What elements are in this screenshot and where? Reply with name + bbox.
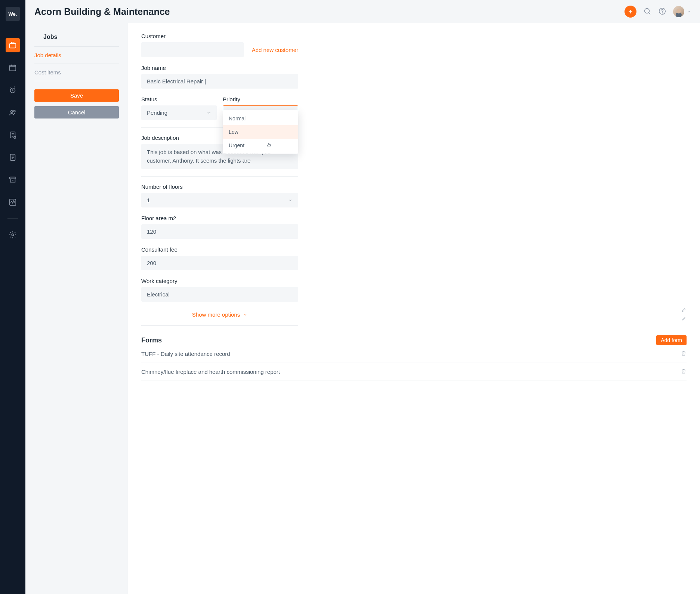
priority-option-low[interactable]: Low — [223, 125, 298, 139]
floors-select[interactable]: 1 — [141, 193, 298, 207]
floors-label: Number of floors — [141, 184, 298, 190]
nav-jobs-icon[interactable] — [6, 38, 20, 52]
tab-job-details[interactable]: Job details — [34, 47, 119, 64]
topbar: Acorn Building & Maintenance — [25, 0, 700, 23]
iconbar-divider — [7, 218, 18, 219]
content: Customer Add new customer Job name Basic… — [128, 23, 700, 594]
priority-option-urgent[interactable]: Urgent — [223, 139, 298, 152]
nav-settings-icon[interactable] — [6, 228, 20, 242]
save-button[interactable]: Save — [34, 89, 119, 102]
customer-input[interactable] — [141, 42, 244, 57]
svg-point-10 — [12, 234, 14, 236]
job-name-label: Job name — [141, 65, 298, 71]
chevron-down-icon — [243, 313, 247, 317]
edit-icons — [681, 307, 687, 322]
status-value: Pending — [147, 110, 167, 116]
user-menu[interactable] — [673, 6, 691, 17]
area-input[interactable]: 120 — [141, 224, 298, 239]
fee-value: 200 — [147, 260, 156, 266]
trash-icon[interactable] — [681, 350, 687, 357]
show-more-link[interactable]: Show more options — [141, 309, 298, 318]
form-row[interactable]: TUFF - Daily site attendance record — [141, 345, 687, 363]
priority-option-normal[interactable]: Normal — [223, 112, 298, 125]
app-logo[interactable]: We. — [6, 7, 20, 21]
status-label: Status — [141, 96, 217, 102]
category-input[interactable]: Electrical — [141, 287, 298, 302]
nav-calendar-icon[interactable] — [6, 61, 20, 75]
help-icon[interactable] — [658, 7, 666, 16]
svg-rect-8 — [10, 177, 16, 179]
cancel-button[interactable]: Cancel — [34, 106, 119, 119]
pencil-icon[interactable] — [681, 307, 687, 314]
floors-value: 1 — [147, 197, 150, 203]
category-value: Electrical — [147, 291, 170, 298]
pencil-icon[interactable] — [681, 316, 687, 322]
form-row[interactable]: Chimney/flue fireplace and hearth commis… — [141, 363, 687, 381]
area-value: 120 — [147, 228, 156, 235]
svg-point-13 — [662, 13, 662, 13]
forms-heading: Forms — [141, 336, 162, 344]
chevron-down-icon — [207, 111, 211, 115]
add-form-button[interactable]: Add form — [656, 335, 687, 345]
trash-icon[interactable] — [681, 368, 687, 375]
svg-rect-1 — [10, 65, 16, 71]
svg-point-4 — [13, 110, 15, 112]
nav-alarm-icon[interactable] — [6, 83, 20, 97]
add-button[interactable] — [625, 6, 636, 18]
job-name-input[interactable]: Basic Electrical Repair | — [141, 74, 298, 89]
tab-cost-items[interactable]: Cost items — [34, 64, 119, 81]
nav-activity-icon[interactable] — [6, 195, 20, 209]
job-name-value: Basic Electrical Repair | — [147, 78, 206, 84]
form-item-label: Chimney/flue fireplace and hearth commis… — [141, 369, 280, 375]
avatar — [673, 6, 684, 17]
priority-dropdown: Normal Low Urgent — [223, 110, 298, 154]
form-item-label: TUFF - Daily site attendance record — [141, 351, 230, 357]
add-customer-link[interactable]: Add new customer — [252, 47, 298, 53]
chevron-down-icon — [288, 198, 293, 203]
chevron-down-icon — [687, 9, 691, 14]
search-icon[interactable] — [643, 7, 651, 16]
nav-archive-icon[interactable] — [6, 173, 20, 187]
fee-label: Consultant fee — [141, 246, 298, 253]
nav-notes-icon[interactable] — [6, 150, 20, 164]
category-label: Work category — [141, 278, 298, 284]
nav-customers-icon[interactable] — [6, 105, 20, 120]
sidepanel: Jobs Job details Cost items Save Cancel — [25, 23, 128, 594]
show-more-label: Show more options — [192, 311, 240, 318]
area-label: Floor area m2 — [141, 215, 298, 221]
status-select[interactable]: Pending — [141, 105, 217, 120]
page-title: Acorn Building & Maintenance — [34, 6, 625, 17]
priority-label: Priority — [223, 96, 298, 102]
svg-point-11 — [645, 8, 650, 13]
nav-invoice-icon[interactable] — [6, 128, 20, 142]
fee-input[interactable]: 200 — [141, 256, 298, 270]
svg-rect-0 — [10, 43, 16, 48]
customer-label: Customer — [141, 33, 298, 39]
iconbar: We. — [0, 0, 25, 594]
sidepanel-heading: Jobs — [34, 31, 119, 47]
svg-point-3 — [11, 111, 13, 113]
